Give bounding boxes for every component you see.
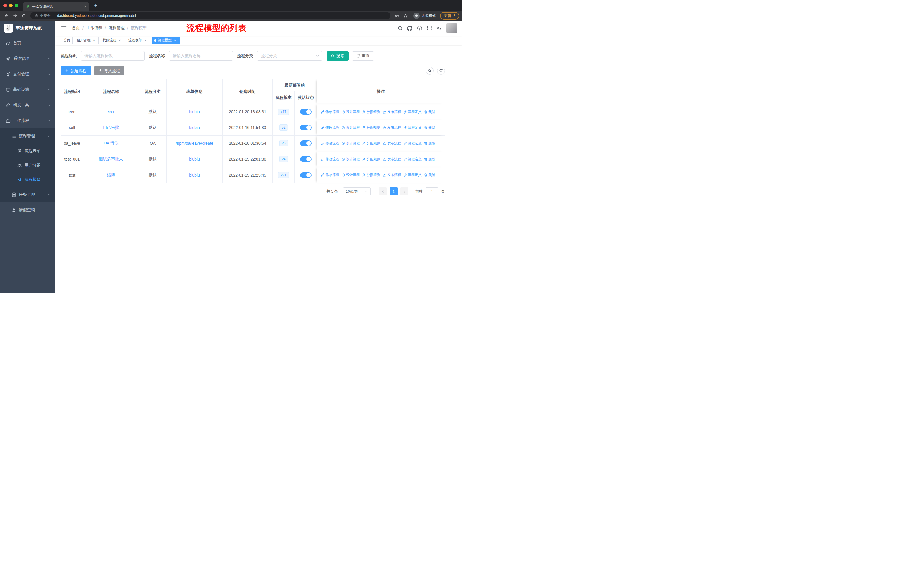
breadcrumb-item[interactable]: 流程管理: [109, 25, 125, 31]
action-design-link[interactable]: 设计流程: [342, 157, 360, 162]
breadcrumb-item[interactable]: 工作流程: [86, 25, 102, 31]
action-edit-link[interactable]: 修改流程: [321, 157, 339, 162]
tag-close-icon[interactable]: ×: [92, 38, 96, 42]
sidebar-item-task-mgmt[interactable]: 任务管理: [0, 187, 55, 202]
security-indicator[interactable]: 不安全: [35, 13, 51, 18]
tag-process-model[interactable]: 流程模型 ×: [152, 37, 180, 44]
prev-page-button[interactable]: [379, 187, 387, 195]
action-design-link[interactable]: 设计流程: [342, 109, 360, 114]
process-name-link[interactable]: 测试多审批人: [99, 157, 123, 162]
sidebar-item-process-form[interactable]: 流程表单: [0, 144, 55, 158]
header-search-icon[interactable]: [397, 25, 403, 31]
sidebar-item-payment[interactable]: 支付管理: [0, 66, 55, 82]
form-info-link[interactable]: biubiu: [189, 173, 200, 177]
process-id-input[interactable]: [81, 51, 145, 61]
github-icon[interactable]: [407, 25, 412, 31]
action-publish-link[interactable]: 发布流程: [383, 141, 401, 146]
sidebar-item-process-mgmt[interactable]: 流程管理: [0, 128, 55, 144]
action-delete-link[interactable]: 删除: [424, 172, 436, 177]
process-name-link[interactable]: 滔博: [107, 172, 115, 178]
tab-close-icon[interactable]: ×: [84, 4, 86, 9]
search-button[interactable]: 搜索: [327, 51, 348, 61]
action-publish-link[interactable]: 发布流程: [383, 125, 401, 130]
refresh-table-button[interactable]: [437, 67, 445, 74]
action-assign-rule-link[interactable]: 分配规则: [362, 109, 380, 114]
active-toggle[interactable]: [300, 125, 312, 131]
action-definition-link[interactable]: 流程定义: [403, 125, 422, 130]
forward-button[interactable]: [12, 12, 19, 20]
action-design-link[interactable]: 设计流程: [342, 125, 360, 130]
sidebar-item-infra[interactable]: 基础设施: [0, 82, 55, 98]
app-logo[interactable]: 芋道管理系统: [0, 21, 55, 36]
action-edit-link[interactable]: 修改流程: [321, 172, 339, 177]
active-toggle[interactable]: [300, 109, 312, 115]
tag-close-icon[interactable]: ×: [173, 38, 177, 42]
action-delete-link[interactable]: 删除: [424, 109, 436, 114]
tag-my-process[interactable]: 我的流程 ×: [100, 37, 124, 44]
reload-button[interactable]: [20, 12, 28, 20]
page-size-select[interactable]: 10条/页: [343, 187, 371, 195]
action-design-link[interactable]: 设计流程: [342, 172, 360, 177]
browser-menu-icon[interactable]: ⋮: [452, 13, 457, 18]
form-info-link[interactable]: biubiu: [189, 125, 200, 130]
tag-close-icon[interactable]: ×: [144, 38, 147, 42]
action-assign-rule-link[interactable]: 分配规则: [362, 125, 380, 130]
action-edit-link[interactable]: 修改流程: [321, 125, 339, 130]
avatar[interactable]: [446, 23, 457, 33]
action-design-link[interactable]: 设计流程: [342, 141, 360, 146]
form-info-link[interactable]: biubiu: [189, 109, 200, 114]
minimize-window-button[interactable]: [9, 4, 13, 7]
action-definition-link[interactable]: 流程定义: [403, 141, 422, 146]
zoom-window-button[interactable]: [15, 4, 18, 7]
next-page-button[interactable]: [401, 187, 408, 195]
tag-close-icon[interactable]: ×: [118, 38, 122, 42]
bookmark-button[interactable]: [402, 12, 409, 20]
action-delete-link[interactable]: 删除: [424, 141, 436, 146]
address-bar[interactable]: 不安全 dashboard.yudao.iocoder.cn/bpm/manag…: [30, 12, 390, 20]
sidebar-item-process-model[interactable]: 流程模型: [0, 172, 55, 187]
active-toggle[interactable]: [300, 156, 312, 162]
action-publish-link[interactable]: 发布流程: [383, 172, 401, 177]
action-publish-link[interactable]: 发布流程: [383, 157, 401, 162]
reset-button[interactable]: 重置: [352, 51, 374, 61]
sidebar-item-leave-query[interactable]: 请假查询: [0, 202, 55, 218]
action-publish-link[interactable]: 发布流程: [383, 109, 401, 114]
fullscreen-icon[interactable]: [426, 25, 432, 31]
process-name-link[interactable]: OA 请假: [104, 141, 118, 146]
process-name-link[interactable]: eeee: [107, 109, 116, 114]
process-name-input[interactable]: [169, 51, 233, 61]
back-button[interactable]: [3, 12, 10, 20]
action-assign-rule-link[interactable]: 分配规则: [362, 172, 380, 177]
sidebar-item-workflow[interactable]: 工作流程: [0, 113, 55, 128]
active-toggle[interactable]: [300, 141, 312, 146]
breadcrumb-item[interactable]: 首页: [72, 25, 80, 31]
action-edit-link[interactable]: 修改流程: [321, 141, 339, 146]
action-definition-link[interactable]: 流程定义: [403, 172, 422, 177]
tag-tenant-mgmt[interactable]: 租户管理 ×: [74, 37, 99, 44]
sidebar-item-home[interactable]: 首页: [0, 36, 55, 51]
sidebar-item-system[interactable]: 系统管理: [0, 51, 55, 66]
process-name-link[interactable]: 自己审批: [103, 125, 119, 130]
sidebar-item-devtools[interactable]: 研发工具: [0, 98, 55, 113]
create-process-button[interactable]: 新建流程: [61, 66, 91, 75]
action-edit-link[interactable]: 修改流程: [321, 109, 339, 114]
browser-tab[interactable]: 芋道管理系统 ×: [23, 2, 89, 11]
password-key-button[interactable]: [393, 12, 401, 20]
sidebar-toggle-button[interactable]: [61, 25, 67, 31]
action-assign-rule-link[interactable]: 分配规则: [362, 141, 380, 146]
new-tab-button[interactable]: +: [92, 2, 100, 10]
action-definition-link[interactable]: 流程定义: [403, 157, 422, 162]
toggle-search-button[interactable]: [426, 67, 434, 74]
form-info-link[interactable]: biubiu: [189, 157, 200, 161]
action-assign-rule-link[interactable]: 分配规则: [362, 157, 380, 162]
active-toggle[interactable]: [300, 172, 312, 178]
page-number-button[interactable]: 1: [389, 187, 398, 195]
action-definition-link[interactable]: 流程定义: [403, 109, 422, 114]
form-info-link[interactable]: /bpm/oa/leave/create: [176, 141, 213, 146]
help-icon[interactable]: [417, 25, 422, 31]
tag-process-form[interactable]: 流程表单 ×: [126, 37, 150, 44]
import-process-button[interactable]: 导入流程: [94, 66, 124, 75]
action-delete-link[interactable]: 删除: [424, 125, 436, 130]
goto-page-input[interactable]: [426, 187, 438, 195]
action-delete-link[interactable]: 删除: [424, 157, 436, 162]
